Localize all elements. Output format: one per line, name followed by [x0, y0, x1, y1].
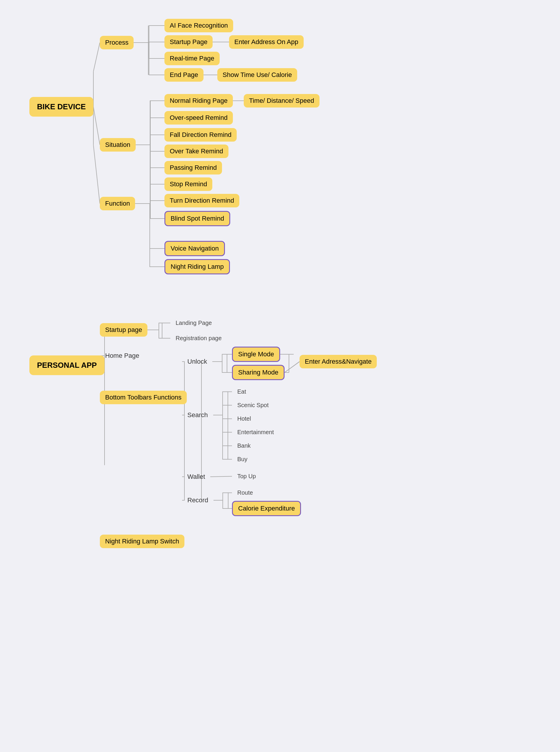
turn-direction-node: Turn Direction Remind: [164, 194, 239, 207]
single-mode-node: Single Mode: [232, 347, 280, 362]
home-page-node: Home Page: [100, 349, 144, 362]
eat-node: Eat: [232, 385, 252, 398]
blind-spot-node: Blind Spot Remind: [164, 211, 230, 226]
unlock-node: Unlock: [182, 355, 212, 368]
route-node: Route: [232, 487, 258, 499]
calorie-exp-node: Calorie Expenditure: [232, 501, 301, 516]
top-up-node: Top Up: [232, 470, 261, 483]
end-page-node: End Page: [164, 68, 203, 82]
svg-line-2: [93, 145, 100, 204]
svg-line-18: [284, 362, 300, 373]
landing-page-node: Landing Page: [170, 317, 217, 329]
entertainment-node: Entertainment: [232, 426, 279, 439]
overtake-node: Over Take Remind: [164, 144, 228, 158]
bottom-toolbars-node: Bottom Toolbars Functions: [100, 391, 187, 404]
bike-device-node: BIKE DEVICE: [29, 97, 93, 117]
enter-address-nav-node: Enter Adress&Navigate: [300, 355, 377, 368]
stop-remind-node: Stop Remind: [164, 177, 212, 191]
overspeed-node: Over-speed Remind: [164, 111, 233, 124]
enter-address-node: Enter Address On App: [229, 35, 304, 49]
process-node: Process: [100, 36, 134, 50]
record-node: Record: [182, 494, 214, 507]
hotel-node: Hotel: [232, 412, 256, 425]
bank-node: Bank: [232, 439, 256, 452]
startup-page-app-node: Startup page: [100, 323, 147, 337]
realtime-page-node: Real-time Page: [164, 52, 220, 65]
fall-direction-node: Fall Direction Remind: [164, 128, 237, 142]
normal-riding-node: Normal Riding Page: [164, 94, 233, 107]
svg-line-23: [284, 362, 300, 373]
svg-line-0: [93, 43, 100, 72]
wallet-node: Wallet: [182, 470, 210, 483]
night-lamp-node: Night Riding Lamp: [164, 259, 230, 274]
buy-node: Buy: [232, 453, 253, 466]
svg-line-1: [93, 107, 100, 145]
time-distance-node: Time/ Distance/ Speed: [244, 94, 320, 107]
scenic-spot-node: Scenic Spot: [232, 399, 274, 412]
function-node: Function: [100, 197, 135, 210]
show-time-node: Show Time Use/ Calorie: [217, 68, 297, 82]
ai-face-node: AI Face Recognition: [164, 19, 233, 32]
registration-page-node: Registration page: [170, 332, 227, 344]
situation-node: Situation: [100, 138, 136, 152]
personal-app-node: PERSONAL APP: [29, 355, 104, 375]
sharing-mode-node: Sharing Mode: [232, 365, 284, 380]
passing-remind-node: Passing Remind: [164, 161, 222, 175]
svg-line-25: [210, 476, 232, 477]
search-node: Search: [182, 408, 213, 422]
startup-page-node: Startup Page: [164, 35, 213, 49]
voice-nav-node: Voice Navigation: [164, 241, 225, 256]
night-riding-switch-node: Night Riding Lamp Switch: [100, 535, 184, 548]
